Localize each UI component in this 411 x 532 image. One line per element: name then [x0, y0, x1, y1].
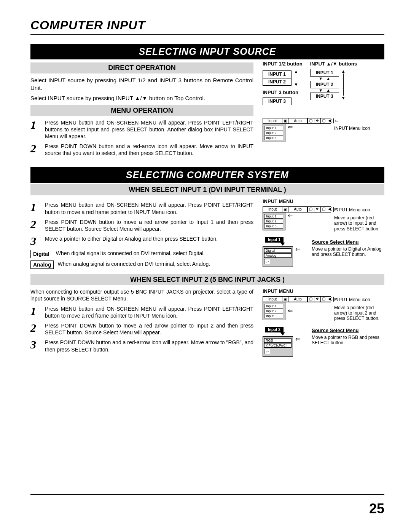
bnc-step2: Press POINT DOWN button to move a red ar…	[45, 322, 253, 336]
step-number: 2	[30, 143, 40, 157]
footer-rule	[30, 494, 384, 495]
diagram-label-12: INPUT 1/2 button	[263, 61, 303, 67]
dvi-caption2: Move a pointer (red arrow) to Input 1 an…	[334, 215, 384, 232]
diagram-input2-box: INPUT 2	[263, 78, 292, 86]
source-item: RGB	[264, 338, 292, 343]
bnc-step1: Press MENU button and ON-SCREEN MENU wil…	[45, 305, 253, 319]
updown-arrow-icon: ▼ ▲	[310, 88, 339, 93]
pointer-arrow-icon: ⇐	[288, 124, 293, 130]
subhead-menu-operation: MENU OPERATION	[30, 105, 253, 116]
osd-tab-input: Input	[263, 297, 282, 302]
diagram-input3-box: INPUT 3	[263, 97, 292, 105]
osd-item: Input 3	[264, 314, 283, 318]
down-arrow-icon	[280, 332, 285, 335]
down-arrow-icon	[280, 243, 285, 246]
osd-item: Input 1	[264, 214, 283, 219]
source-select-label: Source Select Menu	[312, 239, 384, 245]
osd-item: Input 1	[264, 126, 283, 130]
section-bar-input-source: SELECTING INPUT SOURCE	[30, 44, 384, 59]
dvi-step3: Move a pointer to either Digital or Anal…	[45, 235, 253, 247]
dvi-step2: Press POINT DOWN button to move a red ar…	[45, 219, 253, 232]
right-heading-input-menu: INPUT MENU	[263, 288, 384, 294]
bnc-intro: When connecting to computer output use 5…	[30, 288, 253, 302]
return-icon: ⮐	[264, 259, 270, 264]
dvi-step1: Press MENU button and ON-SCREEN MENU wil…	[45, 201, 253, 215]
return-icon: ⮐	[264, 349, 270, 354]
step-number: 3	[30, 235, 40, 247]
source-select-label: Source Select Menu	[312, 328, 384, 333]
section-bar-computer-system: SELECTING COMPUTER SYSTEM	[30, 167, 384, 183]
step-number: 1	[30, 305, 40, 319]
osd-item: Input 1	[264, 304, 283, 308]
diagram-b-input2: INPUT 2	[310, 81, 339, 88]
osd-menu-panel: Input ▣ Auto ▢❖▢◀)▭	[263, 118, 331, 124]
osd-menu-panel: Input ▣ Auto ▢❖▢◀)▭	[263, 296, 331, 302]
pointer-arrow-icon: ⇐	[288, 212, 293, 219]
bnc-src-caption: Move a pointer to RGB and press SELECT b…	[312, 335, 384, 346]
direct-op-p2: Select INPUT source by pressing INPUT ▲/…	[30, 94, 253, 102]
step-number: 2	[30, 219, 40, 232]
title-rule	[30, 34, 384, 35]
page-title: COMPUTER INPUT	[30, 18, 384, 32]
source-select-panel: RGB Y,Pb/Cb,Pr/Cr ⮐	[263, 336, 293, 357]
selected-input-tab: Input 2	[265, 327, 284, 332]
pointer-arrow-icon: ⇐	[295, 336, 300, 342]
osd-auto: Auto	[288, 297, 307, 302]
subhead-direct-operation: DIRECT OPERATION	[30, 62, 253, 73]
dvi-caption1: INPUT Menu icon	[334, 207, 384, 212]
osd-caption: INPUT Menu icon	[334, 126, 370, 131]
osd-item: Input 3	[264, 136, 283, 140]
subhead-bnc: WHEN SELECT INPUT 2 (5 BNC INPUT JACKS )	[30, 274, 384, 285]
diagram-label-3: INPUT 3 button	[263, 89, 303, 95]
bnc-caption2: Move a pointer (red arrow) to Input 2 an…	[334, 305, 384, 321]
osd-menu-panel: Input ▣ Auto ▢❖▢◀)▭	[263, 206, 331, 212]
osd-item: Input 3	[264, 224, 283, 228]
page-number: 25	[369, 501, 384, 517]
diagram-b-input1: INPUT 1	[310, 69, 339, 77]
source-item: Y,Pb/Cb,Pr/Cr	[264, 343, 292, 348]
cycle-arrow-icon: ▲ ▼	[341, 69, 346, 100]
bnc-step3: Press POINT DOWN button and a red-arrow …	[45, 339, 253, 353]
updown-arrow-icon: ▼ ▲	[310, 77, 339, 81]
osd-icon: ▣	[282, 207, 288, 212]
dvi-src-caption: Move a pointer to Digital or Analog and …	[312, 246, 384, 257]
step-number: 1	[30, 119, 40, 140]
direct-op-p1: Select INPUT source by pressing INPUT 1/…	[30, 77, 253, 91]
diagram-b-input3: INPUT 3	[310, 93, 339, 100]
menu-op-step1: Press MENU button and ON-SCREEN MENU wil…	[45, 119, 253, 140]
step-number: 1	[30, 201, 40, 215]
step-number: 3	[30, 339, 40, 353]
cycle-arrow-icon: ▲ ▼	[294, 69, 298, 87]
osd-auto: Auto	[288, 118, 307, 123]
pointer-arrow-icon: ⇐	[295, 246, 300, 252]
diagram-label-arrows: INPUT ▲/▼ buttons	[310, 61, 357, 67]
diagram-input1-box: INPUT 1	[263, 70, 292, 78]
osd-auto: Auto	[288, 207, 307, 212]
bnc-caption1: INPUT Menu icon	[334, 297, 384, 302]
source-item: Digital	[264, 248, 292, 253]
source-select-panel: Digital Analog ⮐	[263, 246, 293, 267]
osd-tab-input: Input	[263, 118, 282, 123]
option-analog-text: When analog signal is connected on DVI t…	[57, 260, 253, 267]
step-number: 2	[30, 322, 40, 336]
selected-input-tab: Input 1	[265, 237, 284, 243]
osd-item: Input 2	[264, 219, 283, 224]
pointer-arrow-icon: ⇐	[288, 308, 293, 314]
subhead-dvi: WHEN SELECT INPUT 1 (DVI INPUT TERMINAL …	[30, 184, 384, 195]
source-item: Analog	[264, 253, 292, 258]
osd-item: Input 2	[264, 131, 283, 135]
option-analog: Analog	[30, 260, 54, 269]
osd-icon: ▣	[282, 297, 288, 302]
right-heading-input-menu: INPUT MENU	[263, 198, 384, 204]
option-digital-text: When digital signal is connected on DVI …	[56, 250, 253, 257]
osd-item: Input 2	[264, 309, 283, 313]
osd-icon: ▣	[282, 118, 288, 123]
option-digital: Digital	[30, 250, 52, 258]
osd-tab-input: Input	[263, 207, 282, 212]
menu-op-step2: Press POINT DOWN button and a red-arrow …	[45, 143, 253, 157]
